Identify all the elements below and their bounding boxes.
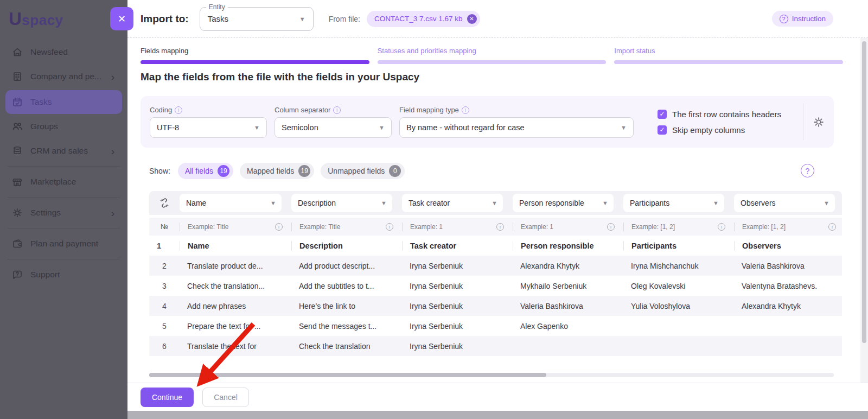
step-progress-bar bbox=[141, 60, 369, 64]
horizontal-scrollbar bbox=[149, 373, 834, 377]
show-label: Show: bbox=[149, 167, 170, 175]
sidebar-item-crm[interactable]: CRM and sales › bbox=[5, 140, 122, 162]
table-row: 5 Prepare the text for ... Send the mess… bbox=[149, 316, 842, 336]
info-icon: i bbox=[175, 106, 182, 114]
chevron-right-icon: › bbox=[111, 146, 114, 156]
modal-footer: Continue Cancel bbox=[127, 383, 868, 411]
sidebar-item-support[interactable]: Support bbox=[5, 264, 122, 285]
checkbox-checked-icon: ✓ bbox=[658, 125, 667, 135]
import-options: ✓ The first row contains headers ✓ Skip … bbox=[658, 110, 781, 135]
coins-icon bbox=[12, 145, 23, 156]
step-progress-bar bbox=[614, 60, 843, 64]
file-chip: CONTACT_3 7.csv 1.67 kb ✕ bbox=[367, 11, 480, 27]
horizontal-scrollbar-thumb[interactable] bbox=[149, 373, 546, 377]
divider bbox=[8, 197, 120, 198]
filter-mapped-fields[interactable]: Mapped fields 19 bbox=[240, 163, 314, 179]
count-badge: 0 bbox=[389, 165, 401, 177]
filter-unmapped-fields[interactable]: Unmapped fields 0 bbox=[321, 163, 405, 179]
sidebar-item-settings[interactable]: Settings › bbox=[5, 202, 122, 224]
step-statuses-mapping: Statuses and priorities mapping bbox=[378, 46, 607, 64]
continue-button[interactable]: Continue bbox=[141, 388, 194, 407]
info-icon: i bbox=[718, 223, 725, 231]
import-modal: Import to: Entity Tasks ▼ From file: CON… bbox=[127, 0, 868, 411]
count-badge: 19 bbox=[218, 165, 229, 177]
mapping-type-group: Field mapping typei By name - without re… bbox=[399, 106, 634, 138]
unlink-icon bbox=[149, 197, 180, 209]
sidebar-item-plan[interactable]: Plan and payment bbox=[5, 233, 122, 255]
chevron-down-icon: ▼ bbox=[602, 200, 608, 206]
sidebar-item-label: Newsfeed bbox=[30, 47, 68, 57]
sidebar-item-label: Company and pe... bbox=[30, 72, 101, 81]
sidebar-item-tasks[interactable]: Tasks bbox=[5, 90, 122, 114]
sidebar-item-label: CRM and sales bbox=[30, 146, 88, 156]
coding-select[interactable]: UTF-8 ▼ bbox=[150, 117, 267, 138]
first-row-headers-checkbox[interactable]: ✓ The first row contains headers bbox=[658, 110, 781, 119]
table-row: 2 Translate product de... Add product de… bbox=[149, 256, 842, 276]
import-title: Import to: bbox=[141, 13, 189, 25]
checkbox-checked-icon: ✓ bbox=[658, 110, 667, 119]
vertical-scrollbar-thumb[interactable] bbox=[862, 41, 866, 343]
entity-select[interactable]: Entity Tasks ▼ bbox=[200, 7, 314, 31]
building-icon bbox=[12, 71, 23, 82]
column-select-participants[interactable]: Participants▼ bbox=[623, 194, 724, 212]
info-icon: i bbox=[607, 223, 615, 231]
wallet-icon bbox=[12, 238, 23, 249]
mapping-table-header: Name▼ Description▼ Task creator▼ Person … bbox=[149, 191, 842, 215]
sidebar-item-label: Tasks bbox=[30, 97, 52, 107]
step-fields-mapping: Fields mapping bbox=[141, 46, 369, 64]
chevron-down-icon: ▼ bbox=[621, 124, 627, 131]
uspacy-logo: Uspacy bbox=[0, 0, 127, 29]
sidebar-item-company[interactable]: Company and pe... › bbox=[5, 66, 122, 87]
mapping-table: Name▼ Description▼ Task creator▼ Person … bbox=[149, 191, 842, 356]
column-select-person-responsible[interactable]: Person responsible▼ bbox=[513, 194, 614, 212]
advanced-settings-button[interactable] bbox=[803, 116, 834, 128]
example-row: № Example: Titlei Example: Titlei Exampl… bbox=[149, 218, 842, 236]
from-file-label: From file: bbox=[329, 15, 360, 23]
info-icon: i bbox=[496, 223, 504, 231]
sidebar-item-groups[interactable]: Groups bbox=[5, 116, 122, 137]
info-icon: i bbox=[275, 223, 283, 231]
column-select-description[interactable]: Description▼ bbox=[291, 194, 392, 212]
column-separator-select[interactable]: Semicolon ▼ bbox=[275, 117, 392, 138]
home-icon bbox=[12, 47, 23, 58]
import-settings-card: Codingi UTF-8 ▼ Column separatori Semico… bbox=[141, 96, 834, 148]
table-row: 6 Translate the text for Check the trans… bbox=[149, 336, 842, 356]
gear-icon bbox=[12, 207, 23, 218]
field-mapping-type-select[interactable]: By name - without regard for case ▼ bbox=[399, 117, 634, 138]
help-button[interactable]: ? bbox=[801, 164, 814, 177]
close-button[interactable]: ✕ bbox=[110, 7, 133, 30]
remove-file-icon[interactable]: ✕ bbox=[467, 14, 477, 24]
instruction-button[interactable]: ? Instruction bbox=[772, 11, 833, 27]
gear-icon bbox=[813, 116, 825, 128]
filter-all-fields[interactable]: All fields 19 bbox=[178, 163, 233, 179]
step-import-status: Import status bbox=[614, 46, 843, 64]
column-select-task-creator[interactable]: Task creator▼ bbox=[402, 194, 503, 212]
step-progress-bar bbox=[378, 60, 607, 64]
chevron-right-icon: › bbox=[111, 72, 114, 82]
skip-empty-columns-checkbox[interactable]: ✓ Skip empty columns bbox=[658, 125, 781, 135]
divider bbox=[8, 259, 120, 259]
table-row: 3 Check the translation... Add the subti… bbox=[149, 276, 842, 296]
sidebar-item-marketplace[interactable]: Marketplace bbox=[5, 171, 122, 193]
column-select-observers[interactable]: Observers▼ bbox=[734, 194, 835, 212]
chevron-down-icon: ▼ bbox=[254, 124, 260, 131]
sidebar-nav: Newsfeed Company and pe... › Tasks Group… bbox=[0, 29, 127, 285]
calendar-check-icon bbox=[12, 97, 23, 107]
chevron-down-icon: ▼ bbox=[379, 124, 385, 131]
page-title: Map the fields from the file with the fi… bbox=[141, 71, 419, 83]
column-select-name[interactable]: Name▼ bbox=[180, 194, 282, 212]
page-background-strip bbox=[127, 411, 868, 419]
users-icon bbox=[12, 121, 23, 132]
divider bbox=[8, 228, 120, 228]
chevron-down-icon: ▼ bbox=[492, 200, 497, 206]
close-icon: ✕ bbox=[118, 13, 126, 25]
chevron-down-icon: ▼ bbox=[270, 200, 276, 206]
sidebar: Uspacy Newsfeed Company and pe... › Task… bbox=[0, 0, 127, 419]
sidebar-item-newsfeed[interactable]: Newsfeed bbox=[5, 41, 122, 63]
chevron-down-icon: ▼ bbox=[824, 200, 829, 206]
screen: Uspacy Newsfeed Company and pe... › Task… bbox=[0, 0, 868, 419]
instruction-label: Instruction bbox=[792, 15, 826, 23]
divider bbox=[8, 166, 120, 167]
cancel-button[interactable]: Cancel bbox=[202, 388, 249, 407]
sidebar-item-label: Settings bbox=[30, 208, 61, 218]
